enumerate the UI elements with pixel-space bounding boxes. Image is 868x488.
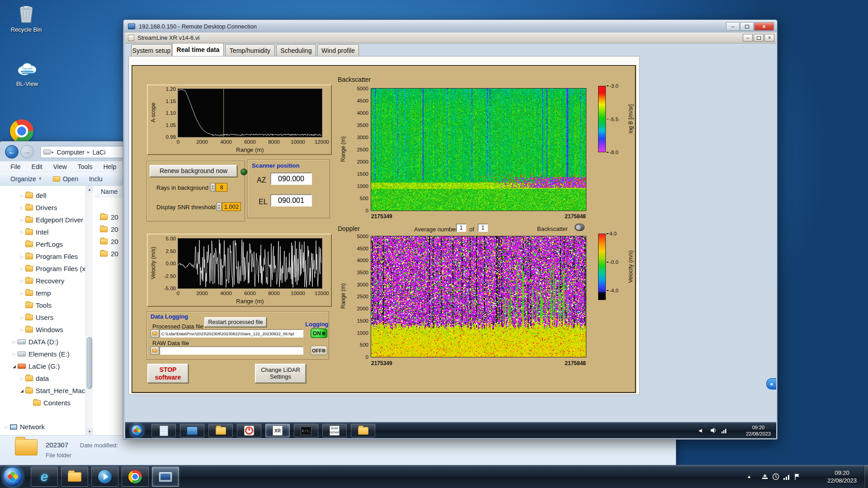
teamviewer-panel-tab[interactable]: « xyxy=(766,378,776,389)
action-center-flag-icon[interactable] xyxy=(794,473,801,480)
expand-arrow-icon[interactable]: ◢ xyxy=(11,364,18,369)
stop-software-button[interactable]: STOP software xyxy=(147,364,189,383)
spin-down-icon[interactable]: ▼ xyxy=(218,207,220,210)
remote-start-button[interactable] xyxy=(131,424,143,437)
tree-item[interactable]: ▷ Program Files xyxy=(0,250,93,263)
remote-taskbar-folder[interactable] xyxy=(351,424,375,437)
system-clock[interactable]: 09:20 22/08/2023 xyxy=(821,469,863,485)
expand-arrow-icon[interactable]: ▷ xyxy=(19,376,25,381)
processed-path-browse-icon[interactable] xyxy=(151,329,159,338)
scroll-up-icon[interactable]: ▲ xyxy=(86,186,93,193)
remote-taskbar-journal[interactable] xyxy=(151,424,176,437)
tree-item[interactable]: PerfLogs xyxy=(0,238,93,250)
menu-item[interactable]: Help xyxy=(103,163,116,170)
lv-restore-button[interactable] xyxy=(754,34,764,42)
breadcrumb-computer[interactable]: Computer xyxy=(57,149,85,156)
scroll-down-icon[interactable]: ▼ xyxy=(86,428,93,435)
snr-spinner[interactable]: ▲ ▼ xyxy=(217,202,222,211)
hidden-icons-chevron[interactable]: ▲ xyxy=(747,474,751,479)
tab-temp-humidity[interactable]: Temp/humidity xyxy=(225,44,275,56)
expand-arrow-icon[interactable]: ▷ xyxy=(19,206,25,210)
tree-item[interactable]: ▷ Windows xyxy=(0,324,93,336)
snr-value-field[interactable]: 1.002 xyxy=(222,202,241,211)
menu-item[interactable]: Tools xyxy=(78,163,93,170)
lv-minimize-button[interactable]: – xyxy=(743,34,753,42)
open-button[interactable]: Open xyxy=(53,175,78,183)
desktop-icon-bl-view[interactable]: BL-View xyxy=(5,61,49,87)
tree-item[interactable]: ▷ Edgeport Driver xyxy=(0,214,93,226)
show-desktop-button[interactable] xyxy=(864,465,868,488)
minimize-button[interactable]: – xyxy=(726,22,740,31)
remote-taskbar-folder-utility[interactable] xyxy=(208,424,233,437)
tree-item[interactable]: ▷ dell xyxy=(0,189,93,202)
rays-value-field[interactable]: 8 xyxy=(216,183,227,192)
expand-arrow-icon[interactable]: ▷ xyxy=(3,425,10,429)
menu-item[interactable]: File xyxy=(10,163,21,170)
volume-icon[interactable] xyxy=(710,427,717,434)
tree-item[interactable]: ▷ Users xyxy=(0,311,93,324)
start-button[interactable] xyxy=(3,467,23,487)
taskbar-internet-explorer[interactable]: e xyxy=(31,467,58,487)
tree-item[interactable]: ▷ Recovery xyxy=(0,275,93,287)
tree-item[interactable]: ▷ temp xyxy=(0,287,93,299)
restart-processed-file-button[interactable]: Restart processed file xyxy=(204,317,267,327)
remote-clock[interactable]: 09:20 22/08/2023 xyxy=(746,424,771,437)
tab-system-setup[interactable]: System setup xyxy=(131,44,172,56)
scrollbar-thumb[interactable] xyxy=(87,337,92,389)
expand-arrow-icon[interactable]: ◢ xyxy=(19,389,25,393)
desktop-icon-chrome[interactable] xyxy=(10,119,33,143)
processed-logging-indicator[interactable]: ON xyxy=(311,328,327,338)
organize-button[interactable]: Organize ▼ xyxy=(10,175,42,183)
expand-arrow-icon[interactable]: ▷ xyxy=(19,315,25,320)
tree-item[interactable]: ▷ DATA (D:) xyxy=(0,336,93,348)
tree-item[interactable]: ▷ data xyxy=(0,372,93,385)
menu-item[interactable]: Edit xyxy=(32,163,42,170)
average-number-field[interactable]: 1 xyxy=(456,224,466,232)
labview-titlebar[interactable]: StreamLine XR v14-6.vi – × xyxy=(125,33,776,43)
tree-scrollbar[interactable]: ▲ ▼ xyxy=(85,186,93,435)
expand-arrow-icon[interactable]: ▷ xyxy=(19,267,25,271)
maximize-button[interactable] xyxy=(740,22,754,31)
tree-item[interactable]: ▷ Drivers xyxy=(0,202,93,214)
tab-scheduling[interactable]: Scheduling xyxy=(276,44,316,56)
expand-arrow-icon[interactable]: ▷ xyxy=(19,230,25,235)
menu-item[interactable]: View xyxy=(53,163,67,170)
expand-arrow-icon[interactable]: ▷ xyxy=(11,340,18,344)
tree-item[interactable]: Contents xyxy=(0,397,93,409)
tree-item[interactable]: ▷ Intel xyxy=(0,226,93,238)
tree-item[interactable]: ▷ Network xyxy=(0,421,93,433)
raw-logging-indicator[interactable]: OFF xyxy=(311,346,327,355)
close-button[interactable]: × xyxy=(754,22,774,31)
rdp-titlebar[interactable]: 192.168.0.150 - Remote Desktop Connectio… xyxy=(123,20,777,33)
tree-item[interactable]: ▷ Program Files (x xyxy=(0,263,93,275)
el-value-field[interactable]: 090.001 xyxy=(270,194,312,206)
tree-item[interactable]: ◢ Start_Here_Mac. xyxy=(0,385,93,397)
remote-taskbar-system[interactable] xyxy=(180,424,204,437)
spin-down-icon[interactable]: ▼ xyxy=(212,188,214,190)
network-icon[interactable] xyxy=(721,427,728,434)
tree-item[interactable]: ▷ Elements (E:) xyxy=(0,348,93,360)
remote-hidden-icons-chevron[interactable]: ◀ xyxy=(698,428,702,433)
include-in-library-button[interactable]: Inclu xyxy=(89,175,103,183)
taskbar-media-player[interactable] xyxy=(91,467,118,487)
expand-arrow-icon[interactable]: ▷ xyxy=(19,218,25,222)
tab-wind-profile[interactable]: Wind profile xyxy=(317,44,359,56)
taskbar-chrome[interactable] xyxy=(122,467,149,487)
change-lidar-settings-button[interactable]: Change LiDAR Settings xyxy=(255,364,306,383)
safely-remove-hardware-icon[interactable] xyxy=(761,473,769,480)
raw-path-browse-icon[interactable] xyxy=(151,347,159,355)
remote-taskbar-power[interactable] xyxy=(237,424,261,437)
expand-arrow-icon[interactable]: ▷ xyxy=(19,254,25,259)
backscatter-toggle[interactable] xyxy=(575,224,585,231)
breadcrumb-lacie[interactable]: LaCi xyxy=(93,149,106,156)
expand-arrow-icon[interactable]: ▷ xyxy=(11,352,18,357)
average-count-field[interactable]: 1 xyxy=(478,224,488,232)
expand-arrow-icon[interactable]: ▷ xyxy=(19,291,25,296)
forward-button[interactable]: → xyxy=(20,145,34,159)
expand-arrow-icon[interactable]: ▷ xyxy=(19,328,25,332)
raw-path-field[interactable] xyxy=(160,347,303,355)
tree-item[interactable]: ◢ LaCie (G:) xyxy=(0,360,93,372)
back-button[interactable]: ← xyxy=(5,145,19,159)
network-tray-icon[interactable] xyxy=(783,473,790,480)
processed-path-field[interactable]: C:\Lidar\Data\Proc\2023\202308\20230822\… xyxy=(160,329,303,338)
